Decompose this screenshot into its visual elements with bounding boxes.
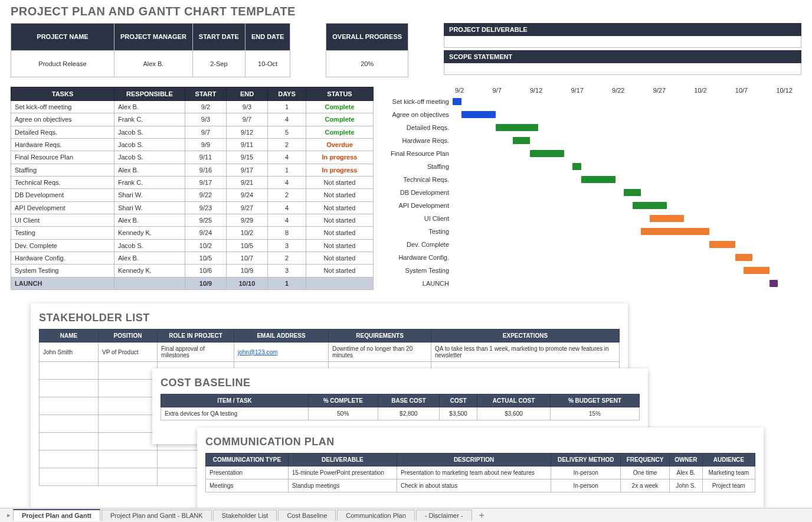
sheet-tab[interactable]: Cost Baseline [278,510,336,521]
ch-base: BASE COST [378,394,440,407]
th-project-name: PROJECT NAME [11,24,114,51]
gantt-bar[interactable] [770,280,778,287]
th-status: STATUS [306,87,374,101]
task-row[interactable]: System TestingKennedy K.10/610/93Not sta… [11,265,374,277]
comm-row[interactable]: Presentation15-minute PowerPoint present… [206,466,755,479]
task-row[interactable]: UI ClientAlex B.9/259/294Not started [11,214,374,226]
th-end-date: END DATE [245,24,290,51]
ch-item: ITEM / TASK [161,394,309,407]
mh-desc: DESCRIPTION [397,454,551,466]
mh-meth: DELIVERY METHOD [551,454,621,466]
gantt-bar[interactable] [709,241,735,248]
deliverable-body[interactable] [444,36,801,48]
task-row[interactable]: Final Resource PlanJacob S.9/119/154In p… [11,151,374,164]
tab-nav-icon[interactable]: ▸ [5,511,13,519]
task-row[interactable]: Agree on objectivesFrank C.9/39/74Comple… [11,113,374,126]
cost-title: COST BASELINE [161,377,640,389]
val-project-name[interactable]: Product Release [11,50,114,77]
val-progress[interactable]: 20% [326,50,408,77]
gantt-row: System Testing [388,264,795,277]
stakeholder-title: STAKEHOLDER LIST [39,312,620,324]
sheet-tab[interactable]: Communication Plan [337,510,415,521]
progress-table: OVERALL PROGRESS 20% [326,23,408,77]
ch-actual: ACTUAL COST [477,394,551,407]
cr-base: $2,800 [378,407,440,420]
gantt-bar[interactable] [530,150,564,157]
scope-header: SCOPE STATEMENT [444,50,801,63]
comm-row[interactable]: MeetingsStandup meetingsCheck in about s… [206,479,755,492]
sr-name: John Smith [40,342,99,362]
mh-freq: FREQUENCY [621,454,670,466]
gantt-chart: 9/29/79/129/179/229/2710/210/710/12 Set … [388,87,795,290]
cr-item: Extra devices for QA testing [161,407,309,420]
gantt-bar[interactable] [453,98,461,105]
sheet-tab[interactable]: - Disclaimer - [416,510,472,521]
th-progress: OVERALL PROGRESS [326,24,408,51]
mh-type: COMMUNICATION TYPE [206,454,289,466]
val-start-date[interactable]: 2-Sep [192,50,245,77]
gantt-bar[interactable] [581,176,615,183]
gantt-bar[interactable] [496,124,539,131]
task-row[interactable]: StaffingAlex B.9/169/171In progress [11,164,374,176]
deliverable-box: PROJECT DELIVERABLE [444,23,801,48]
gantt-bar[interactable] [572,163,581,170]
cost-table: ITEM / TASK % COMPLETE BASE COST COST AC… [161,394,640,420]
email-link[interactable]: john@123.com [238,349,277,355]
task-row[interactable]: Technical Reqs.Frank C.9/179/214Not star… [11,176,374,188]
cost-row[interactable]: Extra devices for QA testing 50% $2,800 … [161,407,640,420]
gantt-row: Testing [388,225,795,238]
gantt-bar[interactable] [624,189,641,196]
task-row[interactable]: API DevelopmentShari W.9/239/274Not star… [11,201,374,214]
gantt-bar[interactable] [461,111,496,118]
th-project-manager: PROJECT MANAGER [114,24,193,51]
deliverable-header: PROJECT DELIVERABLE [444,23,801,36]
gantt-bar[interactable] [744,267,770,274]
sr-role: Final approval of milestones [158,342,234,362]
task-row[interactable]: TestingKennedy K.9/2410/28Not started [11,227,374,239]
gantt-bar[interactable] [650,215,684,222]
gantt-row: Hardware Config. [388,251,795,264]
scope-box: SCOPE STATEMENT [444,50,801,75]
sh-email: EMAIL ADDRESS [234,329,329,342]
sheet-tab[interactable]: Project Plan and Gantt [13,509,100,521]
task-row[interactable]: Detailed Reqs.Jacob S.9/79/125Complete [11,126,374,138]
sr-exp: QA to take less than 1 week, marketing t… [431,342,620,362]
cr-actual: $3,600 [477,407,551,420]
task-row[interactable]: DB DevelopmentShari W.9/229/242Not start… [11,189,374,201]
task-row[interactable]: Set kick-off meetingAlex B.9/29/31Comple… [11,101,374,113]
sheet-tab[interactable]: Stakeholder List [213,510,277,521]
sr-req: Downtime of no longer than 20 minutes [329,342,431,362]
th-start-date: START DATE [192,24,245,51]
task-row[interactable]: Hardware Config.Alex B.10/510/72Not star… [11,252,374,264]
tasks-table: TASKS RESPONSIBLE START END DAYS STATUS … [11,87,374,290]
gantt-bar[interactable] [633,202,667,209]
task-row[interactable]: Dev. CompleteJacob S.10/210/53Not starte… [11,239,374,252]
mh-owner: OWNER [669,454,702,466]
cr-cost: $3,500 [440,407,477,420]
gantt-bar[interactable] [513,137,530,144]
comm-title: COMMUNICATION PLAN [205,436,755,448]
ch-cost: COST [440,394,477,407]
gantt-row: Final Resource Plan [388,147,795,160]
comm-panel: COMMUNICATION PLAN COMMUNICATION TYPE DE… [197,428,764,516]
add-sheet-button[interactable]: + [473,510,490,521]
cr-pct: 50% [309,407,378,420]
sh-req: REQUIREMENTS [329,329,431,342]
stakeholder-row[interactable]: John Smith VP of Product Final approval … [40,342,620,362]
gantt-row: LAUNCH [388,277,795,290]
gantt-bar[interactable] [641,228,709,235]
gantt-row: Staffing [388,160,795,173]
sr-email[interactable]: john@123.com [234,342,329,362]
gantt-row: Set kick-off meeting [388,95,795,108]
page-title: PROJECT PLAN AND GANTT CHART TEMPLATE [11,5,801,18]
scope-body[interactable] [444,63,801,75]
task-row[interactable]: LAUNCH10/910/101 [11,277,374,289]
gantt-bar[interactable] [735,254,752,261]
mh-aud: AUDIENCE [702,454,755,466]
mh-del: DELIVERABLE [288,454,397,466]
sheet-tab[interactable]: Project Plan and Gantt - BLANK [102,510,212,521]
val-end-date[interactable]: 10-Oct [245,50,290,77]
task-row[interactable]: Hardware Reqs.Jacob S.9/99/112Overdue [11,138,374,151]
gantt-row: Hardware Reqs. [388,134,795,147]
val-project-manager[interactable]: Alex B. [114,50,193,77]
